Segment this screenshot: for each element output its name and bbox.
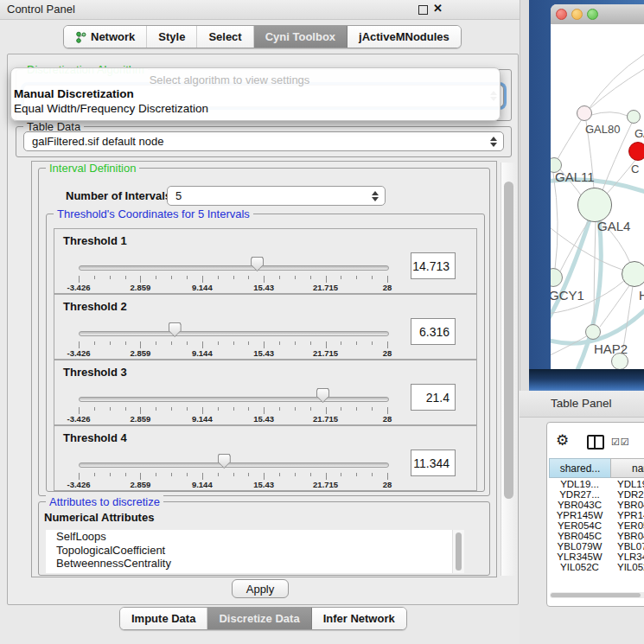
cell-shared-name[interactable]: YER054C [549,520,610,531]
slider-track[interactable] [79,265,389,271]
horizontal-scrollbar[interactable] [550,592,644,598]
slider-tick [295,407,296,411]
dropdown-option-equal-width-frequency[interactable]: Equal Width/Frequency Discretization [14,102,208,115]
slider-tick-label: 15.43 [244,283,284,292]
thresholds-group: Threshold's Coordinates for 5 Intervals … [46,214,485,492]
slider-tick-label: 28 [367,283,407,292]
slider-tick [341,407,341,411]
slider-track[interactable] [79,331,389,336]
threshold-value-field[interactable]: 11.344 [411,450,456,476]
cell-shared-name[interactable]: YDR27... [549,489,610,500]
cell-name[interactable]: YBL079W [610,541,644,552]
cell-shared-name[interactable]: YDL19... [549,479,610,489]
slider-tick [171,407,172,411]
panel-scrollbar-thumb[interactable] [504,182,513,499]
float-window-icon[interactable] [418,5,428,15]
table-row[interactable]: YPR145WYPR145W [549,510,644,520]
slider-track[interactable] [79,397,389,402]
close-traffic-light[interactable] [556,9,567,20]
slider-tick-label: 28 [367,480,407,489]
slider-tick [264,407,265,414]
bottom-tab-infer-network[interactable]: Infer Network [312,608,406,629]
slider-tick-label: 21.715 [306,480,346,489]
network-node-hap2[interactable] [585,324,601,340]
network-node[interactable] [611,353,628,369]
table-row[interactable]: YER054CYER054C [549,520,644,531]
threshold-label: Threshold 2 [63,300,127,313]
cell-shared-name[interactable]: YPR145W [549,510,610,520]
list-scrollbar[interactable] [452,530,464,573]
table-row[interactable]: YLR345WYLR345W [549,552,644,562]
attribute-item-selfloops[interactable]: SelfLoops [46,530,464,544]
node-table-card: ⚙ ☑☑ shared... name YDL19...YDL19...YDR2… [546,422,644,607]
network-canvas[interactable]: GAL80GALCGAL11GAL4GCY1HHAP2 [551,24,644,369]
slider-tick [279,473,280,476]
tab-label: Select [208,30,241,43]
slider-tick-label: 21.715 [306,283,346,292]
tab-cyni-toolbox[interactable]: Cyni Toolbox [254,26,348,48]
slider-tick [310,341,311,345]
tab-select[interactable]: Select [197,26,253,48]
slider-tick [279,407,280,411]
number-of-intervals-combobox[interactable]: 5 [167,186,386,206]
column-header-name[interactable]: name [610,458,644,478]
slider-tick-label: 2.859 [120,348,160,358]
threshold-label: Threshold 3 [63,366,127,379]
threshold-panel-2: Threshold 2-3.4262.8599.14415.4321.71528… [54,294,477,360]
cell-shared-name[interactable]: YBL079W [549,541,610,552]
split-table-icon[interactable] [587,435,604,450]
panel-scrollbar[interactable] [501,163,516,576]
cell-shared-name[interactable]: YIL052C [549,562,610,571]
cell-name[interactable]: YDR27... [610,489,644,500]
gear-icon[interactable]: ⚙ [556,431,569,450]
network-node-gal80[interactable] [577,105,592,121]
horizontal-scrollbar-thumb[interactable] [551,593,641,597]
network-node-gal4[interactable] [577,188,612,222]
table-row[interactable]: YBR043CYBR043C [549,500,644,510]
slider-tick [233,473,234,476]
threshold-value-field[interactable]: 6.316 [411,318,456,345]
threshold-value-field[interactable]: 21.4 [411,384,456,411]
tab-network[interactable]: Network [64,26,147,48]
attribute-item-betweennesscentrality[interactable]: BetweennessCentrality [46,557,464,571]
slider-tick [202,341,203,348]
close-icon[interactable]: ✕ [433,2,443,15]
network-node-c[interactable] [628,142,644,161]
cell-name[interactable]: YBR043C [610,500,644,510]
cell-shared-name[interactable]: YBR045C [549,531,610,541]
table-row[interactable]: YDL19...YDL19... [549,479,644,489]
cell-name[interactable]: YPR145W [610,510,644,520]
cell-shared-name[interactable]: YBR043C [549,500,610,510]
table-row[interactable]: YIL052CYIL052C [549,562,644,571]
table-row[interactable]: YBL079WYBL079W [549,541,644,552]
zoom-traffic-light[interactable] [587,9,598,20]
tab-jactivemnodules[interactable]: jActiveMNodules [348,26,461,48]
list-scrollbar-thumb[interactable] [456,532,462,571]
numerical-attributes-list[interactable]: SelfLoopsTopologicalCoefficientBetweenne… [46,530,464,573]
table-rows[interactable]: YDL19...YDL19...YDR27...YDR27...YBR043CY… [549,479,644,571]
dropdown-option-manual-discretization[interactable]: Manual Discretization [14,87,134,100]
node-label-gal4: GAL4 [597,219,630,233]
network-node-gal[interactable] [627,110,641,124]
bottom-tab-impute-data[interactable]: Impute Data [120,608,207,629]
threshold-value-field[interactable]: 14.713 [411,252,456,279]
cell-name[interactable]: YBR045C [610,531,644,541]
network-node-h[interactable] [622,261,644,287]
cell-name[interactable]: YIL052C [610,562,644,571]
table-row[interactable]: YDR27...YDR27... [549,489,644,500]
cell-name[interactable]: YER054C [610,520,644,531]
select-columns-icon[interactable]: ☑☑ [611,437,630,448]
minimize-traffic-light[interactable] [571,9,583,20]
slider-track[interactable] [79,462,389,468]
column-header-shared-name[interactable]: shared... [549,458,611,478]
attribute-item-topologicalcoefficient[interactable]: TopologicalCoefficient [46,544,464,558]
apply-button[interactable]: Apply [232,579,289,598]
network-window-titlebar[interactable] [551,4,644,25]
cell-name[interactable]: YLR345W [610,552,644,562]
cell-name[interactable]: YDL19... [610,479,644,489]
bottom-tab-discretize-data[interactable]: Discretize Data [207,608,311,629]
table-row[interactable]: YBR045CYBR045C [549,531,644,541]
cell-shared-name[interactable]: YLR345W [549,552,610,562]
tab-style[interactable]: Style [147,26,197,48]
table-data-combobox[interactable]: galFiltered.sif default node [23,131,504,151]
